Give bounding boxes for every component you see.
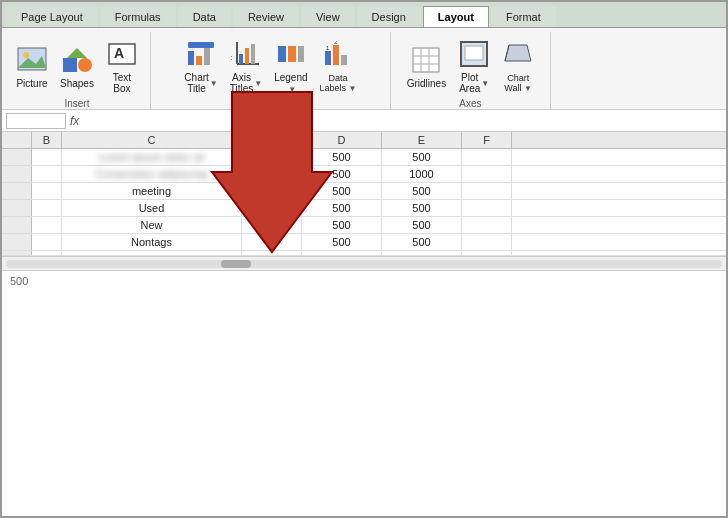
col-header-d: D	[242, 132, 302, 148]
name-box[interactable]	[6, 113, 66, 129]
tab-format[interactable]: Format	[491, 6, 556, 27]
cell-e5[interactable]: 500	[302, 217, 382, 233]
table-row: Consectetur adipiscing 500 1000	[2, 166, 726, 183]
textbox-icon: A	[106, 38, 138, 70]
cell-e6[interactable]: 500	[302, 234, 382, 250]
insert-group-label: Insert	[64, 96, 89, 112]
axis-titles-icon: A	[230, 38, 262, 70]
data-labels-icon: 1 2	[322, 39, 354, 71]
cell-f1[interactable]: 500	[382, 149, 462, 165]
gridlines-button[interactable]: Gridlines	[403, 42, 450, 91]
cell-d7[interactable]	[242, 251, 302, 255]
cell-g5[interactable]	[462, 217, 512, 233]
horizontal-scrollbar[interactable]	[2, 256, 726, 270]
cell-f7[interactable]	[382, 251, 462, 255]
cell-f6[interactable]: 500	[382, 234, 462, 250]
legend-button[interactable]: Legend ▼	[270, 36, 311, 96]
cell-e7[interactable]	[302, 251, 382, 255]
cell-d5[interactable]: 1	[242, 217, 302, 233]
tab-formulas[interactable]: Formulas	[100, 6, 176, 27]
data-labels-button[interactable]: 1 2 DataLabels ▼	[316, 37, 361, 95]
spreadsheet: B C D D E F Lorem ipsum dolor sit 500 50…	[2, 132, 726, 256]
chart-y-label: 500	[10, 275, 28, 287]
labels-group-label: Labels	[256, 96, 285, 112]
cell-g1[interactable]	[462, 149, 512, 165]
cell-c7[interactable]	[62, 251, 242, 255]
cell-g3[interactable]	[462, 183, 512, 199]
tab-data[interactable]: Data	[178, 6, 231, 27]
plot-area-label: PlotArea ▼	[459, 72, 489, 94]
cell-g7[interactable]	[462, 251, 512, 255]
cell-d3[interactable]: 1	[242, 183, 302, 199]
svg-rect-32	[465, 46, 483, 60]
scrollbar-thumb[interactable]	[221, 260, 251, 268]
cell-e1[interactable]: 500	[302, 149, 382, 165]
cell-f3[interactable]: 500	[382, 183, 462, 199]
tab-review[interactable]: Review	[233, 6, 299, 27]
cell-b4[interactable]	[32, 200, 62, 216]
cell-c2[interactable]: Consectetur adipiscing	[62, 166, 242, 182]
cell-g4[interactable]	[462, 200, 512, 216]
table-row: meeting 1 500 500	[2, 183, 726, 200]
svg-text:A: A	[114, 45, 124, 61]
svg-rect-3	[63, 58, 77, 72]
svg-rect-15	[245, 48, 249, 64]
row-num	[2, 200, 32, 216]
cell-b5[interactable]	[32, 217, 62, 233]
tab-view[interactable]: View	[301, 6, 355, 27]
svg-text:A: A	[231, 56, 233, 60]
cell-b1[interactable]	[32, 149, 62, 165]
data-labels-label: DataLabels ▼	[320, 73, 357, 93]
row-num	[2, 251, 32, 255]
picture-button[interactable]: Picture	[12, 42, 52, 91]
cell-g6[interactable]	[462, 234, 512, 250]
cell-f4[interactable]: 500	[382, 200, 462, 216]
chart-title-button[interactable]: ChartTitle ▼	[180, 36, 221, 96]
cell-d4[interactable]: 1	[242, 200, 302, 216]
chart-wall-button[interactable]: ChartWall ▼	[498, 37, 538, 95]
table-row: Used 1 500 500	[2, 200, 726, 217]
row-num	[2, 149, 32, 165]
table-row: Lorem ipsum dolor sit 500 500	[2, 149, 726, 166]
shapes-button[interactable]: Shapes	[56, 42, 98, 91]
cell-c6[interactable]: Nontags	[62, 234, 242, 250]
tab-layout[interactable]: Layout	[423, 6, 489, 27]
cell-b7[interactable]	[32, 251, 62, 255]
svg-rect-11	[204, 48, 210, 65]
tab-page-layout[interactable]: Page Layout	[6, 6, 98, 27]
svg-point-4	[78, 58, 92, 72]
cell-e4[interactable]: 500	[302, 200, 382, 216]
cell-d6[interactable]: 1	[242, 234, 302, 250]
formula-input[interactable]	[85, 115, 722, 127]
tab-design[interactable]: Design	[357, 6, 421, 27]
col-header-e: D	[302, 132, 382, 148]
cell-f2[interactable]: 1000	[382, 166, 462, 182]
cell-f5[interactable]: 500	[382, 217, 462, 233]
plot-area-icon	[458, 38, 490, 70]
table-row: New 1 500 500	[2, 217, 726, 234]
textbox-label: TextBox	[113, 72, 131, 94]
cell-c4[interactable]: Used	[62, 200, 242, 216]
ribbon-tabs: Page Layout Formulas Data Review View De…	[2, 2, 726, 28]
cell-c3[interactable]: meeting	[62, 183, 242, 199]
col-header-c: C	[62, 132, 242, 148]
chart-wall-icon	[502, 39, 534, 71]
textbox-button[interactable]: A TextBox	[102, 36, 142, 96]
table-row: Nontags 1 500 500	[2, 234, 726, 251]
ribbon-group-insert: Picture Shapes	[4, 32, 151, 109]
cell-c5[interactable]: New	[62, 217, 242, 233]
cell-g2[interactable]	[462, 166, 512, 182]
plot-area-button[interactable]: PlotArea ▼	[454, 36, 494, 96]
col-header-f: E	[382, 132, 462, 148]
chart-wall-label: ChartWall ▼	[504, 73, 532, 93]
cell-b6[interactable]	[32, 234, 62, 250]
cell-b2[interactable]	[32, 166, 62, 182]
cell-d2[interactable]	[242, 166, 302, 182]
cell-e2[interactable]: 500	[302, 166, 382, 182]
cell-e3[interactable]: 500	[302, 183, 382, 199]
cell-b3[interactable]	[32, 183, 62, 199]
axis-titles-button[interactable]: A AxisTitles ▼	[226, 36, 266, 96]
cell-d1[interactable]	[242, 149, 302, 165]
svg-rect-20	[298, 46, 304, 62]
cell-c1[interactable]: Lorem ipsum dolor sit	[62, 149, 242, 165]
